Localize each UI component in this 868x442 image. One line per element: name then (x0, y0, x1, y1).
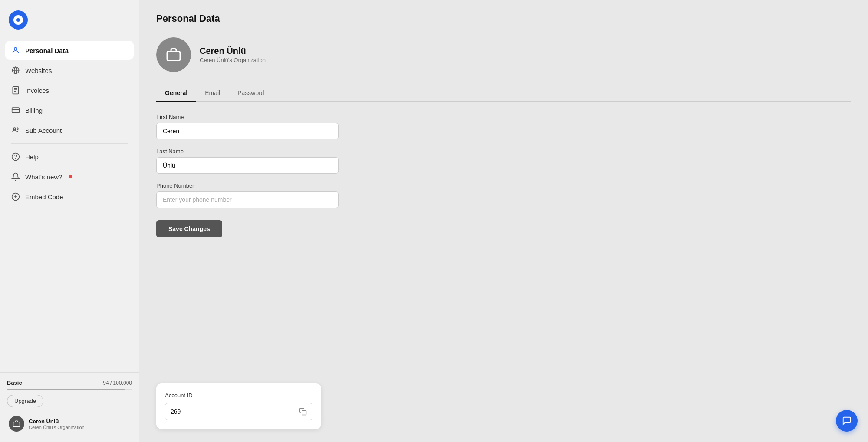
sidebar-item-websites[interactable]: Websites (5, 61, 134, 80)
svg-rect-9 (167, 52, 180, 61)
sub-account-icon (11, 126, 20, 135)
sidebar-item-label: Invoices (25, 87, 49, 94)
svg-point-0 (14, 47, 17, 50)
plan-section: Basic 94 / 100.000 Upgrade (7, 379, 132, 407)
profile-text: Ceren Ünlü Ceren Ünlü's Organization (200, 46, 266, 63)
tab-general[interactable]: General (156, 85, 196, 102)
upgrade-button[interactable]: Upgrade (7, 395, 43, 407)
sidebar-item-help[interactable]: Help (5, 147, 134, 166)
plan-bar (7, 389, 132, 390)
phone-input[interactable] (156, 191, 339, 208)
sidebar-item-label: Personal Data (25, 47, 69, 54)
user-org: Ceren Ünlü's Organization (29, 425, 85, 430)
help-circle-icon (11, 152, 20, 161)
plan-usage: 94 / 100.000 (103, 380, 132, 386)
first-name-label: First Name (156, 114, 339, 120)
user-text: Ceren Ünlü Ceren Ünlü's Organization (29, 418, 85, 430)
sidebar-item-label: Sub Account (25, 127, 62, 134)
account-id-card: Account ID 269 (156, 383, 321, 429)
account-id-value: 269 (171, 408, 299, 415)
page-title: Personal Data (156, 13, 851, 24)
last-name-input[interactable] (156, 157, 339, 174)
tab-email[interactable]: Email (196, 85, 229, 102)
first-name-input[interactable] (156, 123, 339, 139)
last-name-label: Last Name (156, 148, 339, 155)
sidebar-item-sub-account[interactable]: Sub Account (5, 121, 134, 140)
sidebar-item-personal-data[interactable]: Personal Data (5, 41, 134, 60)
sidebar-item-label: Billing (25, 107, 43, 114)
sidebar-bottom: Basic 94 / 100.000 Upgrade Ceren Ünlü Ce… (0, 372, 139, 442)
main-content: Personal Data Ceren Ünlü Ceren Ünlü's Or… (139, 0, 868, 442)
sidebar-nav: Personal Data Websites Invoices (0, 38, 139, 372)
bell-icon (11, 172, 20, 181)
user-info: Ceren Ünlü Ceren Ünlü's Organization (7, 412, 132, 435)
svg-rect-3 (12, 108, 20, 113)
sidebar-item-label: What's new? (25, 173, 62, 181)
user-name: Ceren Ünlü (29, 418, 85, 425)
save-button[interactable]: Save Changes (156, 220, 222, 237)
avatar (9, 416, 24, 432)
tab-password[interactable]: Password (229, 85, 273, 102)
first-name-group: First Name (156, 114, 339, 139)
embed-icon (11, 192, 20, 201)
svg-rect-10 (302, 411, 306, 415)
sidebar-item-label: Websites (25, 67, 52, 74)
profile-name: Ceren Ünlü (200, 46, 266, 56)
sidebar-item-embed-code[interactable]: Embed Code (5, 187, 134, 206)
globe-icon (11, 66, 20, 75)
plan-bar-fill (7, 389, 125, 390)
chat-button[interactable] (836, 410, 858, 432)
svg-point-4 (13, 128, 16, 130)
notification-badge (69, 175, 72, 178)
profile-avatar (156, 37, 191, 72)
phone-label: Phone Number (156, 182, 339, 189)
phone-group: Phone Number (156, 182, 339, 208)
sidebar-item-invoices[interactable]: Invoices (5, 81, 134, 100)
sidebar-item-billing[interactable]: Billing (5, 101, 134, 120)
copy-icon[interactable] (299, 408, 307, 416)
logo[interactable] (0, 4, 139, 38)
profile-header: Ceren Ünlü Ceren Ünlü's Organization (156, 37, 851, 72)
billing-icon (11, 106, 20, 115)
sidebar-item-label: Help (25, 153, 39, 161)
sidebar-item-label: Embed Code (25, 193, 63, 201)
invoice-icon (11, 86, 20, 95)
sidebar: Personal Data Websites Invoices (0, 0, 139, 442)
plan-name: Basic (7, 379, 22, 386)
tabs: General Email Password (156, 85, 851, 102)
svg-point-6 (16, 158, 16, 159)
svg-rect-8 (13, 422, 20, 427)
profile-org: Ceren Ünlü's Organization (200, 57, 266, 63)
nav-divider (11, 143, 128, 144)
user-circle-icon (11, 46, 20, 55)
account-id-row: 269 (165, 403, 312, 420)
last-name-group: Last Name (156, 148, 339, 174)
account-id-label: Account ID (165, 392, 312, 399)
sidebar-item-whats-new[interactable]: What's new? (5, 167, 134, 186)
